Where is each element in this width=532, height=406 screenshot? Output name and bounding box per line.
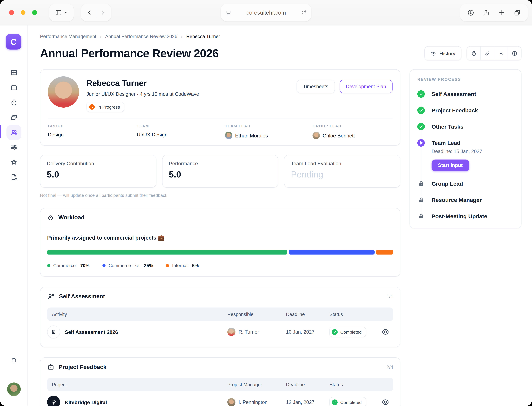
score-label: Team Lead Evaluation: [291, 160, 394, 166]
step-label: Project Feedback: [431, 107, 478, 114]
workload-stacked-bar: [47, 250, 393, 254]
project-name: Kitebridge Digital: [65, 399, 107, 405]
step-label: Group Lead: [431, 180, 463, 187]
bell-icon: [10, 357, 18, 364]
active-nav-indicator: [0, 125, 1, 138]
help-button[interactable]: [508, 46, 521, 60]
browser-window: coresuitehr.com C: [0, 0, 532, 406]
self-assessment-count: 1/1: [386, 294, 393, 299]
divider: [96, 8, 96, 17]
share-icon[interactable]: [483, 9, 490, 16]
field-label: GROUP: [48, 124, 137, 128]
score-cards: Delivery Contribution 5.0 Performance 5.…: [40, 155, 400, 188]
breadcrumb-performance-management[interactable]: Performance Management: [40, 34, 96, 39]
col-deadline: Deadline: [286, 312, 329, 317]
back-button[interactable]: [86, 9, 93, 16]
score-label: Performance: [169, 160, 272, 166]
legend-item-internal: Internal: 5%: [166, 263, 199, 268]
manager-cell: I. Pennington: [227, 398, 286, 406]
chrome-actions: [460, 4, 528, 21]
legend-value: 25%: [144, 263, 153, 268]
check-icon: [332, 329, 338, 335]
field-group-lead: GROUP LEAD Chloe Bennett: [312, 124, 393, 139]
view-button[interactable]: [378, 398, 393, 406]
step-label: Other Tasks: [431, 123, 464, 130]
sidebar-panel-icon: [55, 9, 62, 16]
folders-icon: [10, 114, 18, 121]
employee-avatar: [48, 76, 79, 108]
field-value: Design: [48, 132, 137, 138]
stopwatch-icon: [47, 214, 54, 221]
bar-segment-internal: [376, 250, 393, 254]
score-card-performance: Performance 5.0: [162, 155, 278, 188]
minimize-window-button[interactable]: [21, 10, 25, 15]
download-button[interactable]: [494, 46, 507, 60]
sidebar-item-people[interactable]: [7, 125, 22, 140]
table-row[interactable]: Self Assessment 2026 R. Turner 10 Jan, 2…: [47, 321, 393, 343]
timer-tool-button[interactable]: [467, 46, 480, 60]
downloads-icon[interactable]: [467, 9, 474, 16]
browser-chrome: coresuitehr.com: [0, 0, 532, 25]
legend-label: Internal:: [172, 263, 189, 268]
breadcrumb-review[interactable]: Annual Performance Review 2026: [105, 34, 177, 39]
page-toolbar: [467, 46, 521, 60]
refresh-icon[interactable]: [301, 10, 306, 15]
status-cell: Completed: [329, 327, 378, 337]
score-card-team-lead: Team Lead Evaluation Pending: [284, 155, 400, 188]
stopwatch-icon: [10, 99, 18, 106]
app-logo[interactable]: C: [6, 34, 21, 50]
sidebar-item-calendar[interactable]: [7, 80, 22, 95]
close-window-button[interactable]: [9, 10, 14, 15]
table-row[interactable]: Kitebridge Digital I. Pennington 12 Jan,…: [47, 391, 393, 406]
development-plan-button[interactable]: Development Plan: [339, 80, 393, 93]
step-label: Team Lead: [431, 140, 460, 146]
legend-dot: [47, 264, 50, 267]
user-voice-icon: [47, 293, 55, 300]
file-export-icon: [10, 174, 18, 181]
nav-buttons: [81, 4, 111, 21]
workload-title: Workload: [58, 214, 85, 221]
team-lead-name: Ethan Morales: [235, 132, 268, 138]
copy-link-button[interactable]: [481, 46, 494, 60]
new-tab-icon[interactable]: [498, 9, 505, 16]
field-team: TEAM UI/UX Design: [137, 124, 225, 139]
history-button[interactable]: History: [424, 46, 461, 60]
forward-button[interactable]: [100, 9, 106, 16]
current-user-avatar[interactable]: [7, 383, 21, 396]
legend-item-commerce-like: Commerce-like: 25%: [102, 263, 153, 268]
sidebar-item-settings[interactable]: [7, 140, 22, 155]
start-input-button[interactable]: Start Input: [431, 160, 469, 171]
in-progress-clock-icon: [89, 104, 95, 110]
sidebar-item-projects[interactable]: [7, 110, 22, 125]
employee-name: Rebecca Turner: [86, 78, 199, 88]
view-button[interactable]: [378, 328, 393, 336]
sliders-icon: [10, 144, 18, 151]
url-text: coresuitehr.com: [231, 9, 301, 16]
col-status: Status: [329, 382, 378, 387]
zoom-window-button[interactable]: [32, 10, 37, 15]
notifications-bell[interactable]: [7, 353, 22, 368]
score-value: 5.0: [47, 169, 150, 180]
col-project-manager: Project Manager: [227, 382, 286, 387]
project-feedback-card: Project Feedback 2/4 Project Project Man…: [40, 357, 400, 406]
sidebar-item-timer[interactable]: [7, 95, 22, 110]
history-label: History: [439, 51, 455, 56]
address-bar[interactable]: coresuitehr.com: [221, 4, 311, 21]
sidebar-item-favorites[interactable]: [7, 155, 22, 170]
workload-legend: Commerce: 70% Commerce-like: 25%: [47, 263, 393, 268]
self-assessment-title: Self Assessment: [59, 293, 105, 300]
lock-icon: [417, 180, 425, 187]
app-sidebar: C: [0, 25, 28, 406]
step-label: Self Assessment: [431, 90, 476, 98]
step-group-lead: Group Lead: [417, 180, 514, 187]
lock-icon: [417, 196, 425, 203]
sidebar-item-reports[interactable]: [7, 170, 22, 185]
project-feedback-title: Project Feedback: [59, 364, 107, 370]
sidebar-item-dashboard[interactable]: [7, 65, 22, 80]
field-label: GROUP LEAD: [312, 124, 393, 128]
sidebar-toggle-button[interactable]: [49, 4, 74, 21]
group-lead-avatar: [312, 132, 320, 139]
field-team-lead: TEAM LEAD Ethan Morales: [225, 124, 312, 139]
tab-overview-icon[interactable]: [514, 9, 521, 16]
timesheets-button[interactable]: Timesheets: [296, 80, 335, 93]
